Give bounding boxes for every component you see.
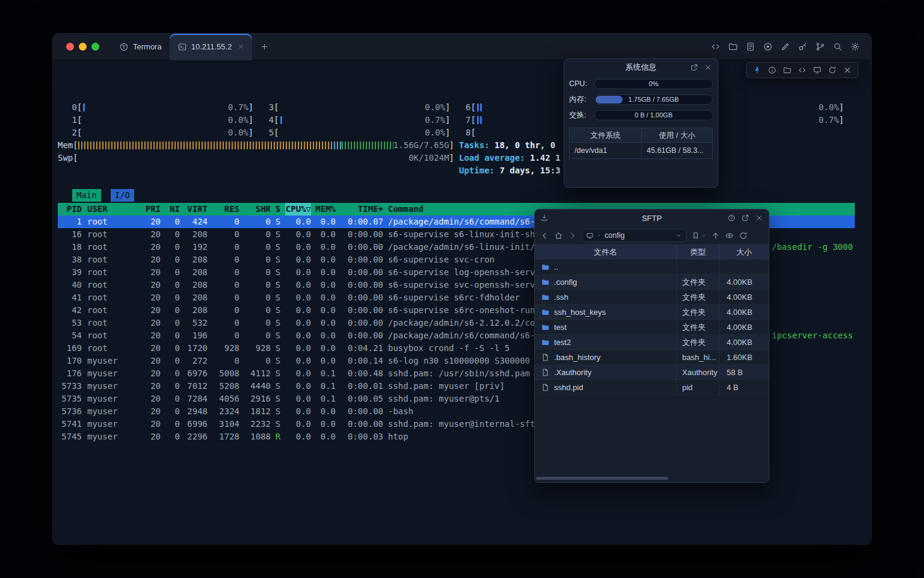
- mem-cell: 0.0: [311, 342, 336, 355]
- code-icon[interactable]: [710, 42, 721, 52]
- col-ni[interactable]: NI: [161, 203, 180, 216]
- back-icon[interactable]: [540, 231, 549, 240]
- time-cell: 0:00.00: [336, 291, 383, 304]
- chevron-right-icon: [596, 232, 602, 238]
- virt-cell: 6996: [180, 418, 208, 430]
- open-in-window-icon[interactable]: [690, 63, 698, 72]
- virt-cell: 196: [180, 329, 208, 342]
- col-shr[interactable]: SHR: [239, 203, 271, 216]
- minimize-window-button[interactable]: [79, 43, 87, 51]
- file-row-test[interactable]: test文件夹4.00KB: [535, 320, 769, 335]
- user-cell: myuser: [87, 355, 139, 367]
- file-row-..[interactable]: ..: [535, 259, 769, 275]
- htop-tab-io[interactable]: I/O: [111, 189, 134, 202]
- st-cell: S: [271, 241, 285, 253]
- col-type[interactable]: 类型: [677, 244, 719, 259]
- mem-meter-bar: 1.56G/7.65G: [78, 139, 449, 152]
- file-size-cell: 4.00KB: [719, 320, 769, 335]
- fs-table-row[interactable]: /dev/vda1 45.61GB / 58.3...: [570, 143, 712, 158]
- file-size-cell: 4 B: [719, 380, 769, 395]
- col-st[interactable]: S: [271, 203, 285, 216]
- time-cell: 0:00.00: [336, 405, 383, 418]
- help-icon[interactable]: [727, 214, 736, 222]
- traffic-lights: [53, 43, 111, 51]
- record-icon[interactable]: [763, 42, 773, 52]
- col-cpu[interactable]: CPU%▽: [285, 203, 311, 216]
- transfers-icon[interactable]: [540, 214, 549, 222]
- file-name: .ssh: [554, 290, 568, 305]
- refresh-icon[interactable]: [739, 231, 748, 240]
- show-hidden-icon[interactable]: [725, 231, 734, 240]
- forward-icon[interactable]: [568, 231, 577, 240]
- ni-cell: 0: [161, 342, 180, 355]
- close-icon[interactable]: [843, 66, 852, 75]
- key-icon[interactable]: [798, 42, 808, 52]
- col-virt[interactable]: VIRT: [180, 203, 208, 216]
- user-cell: root: [87, 317, 139, 329]
- file-row-.config[interactable]: .config文件夹4.00KB: [535, 275, 769, 290]
- res-cell: 0: [208, 216, 239, 228]
- zoom-window-button[interactable]: [91, 43, 99, 51]
- bookmark-icon[interactable]: [691, 231, 706, 240]
- pid-cell: 5736: [58, 405, 82, 418]
- close-panel-icon[interactable]: [704, 63, 712, 72]
- res-cell: 928: [208, 342, 239, 355]
- col-size[interactable]: 大小: [719, 244, 769, 259]
- file-row-ssh_host_keys[interactable]: ssh_host_keys文件夹4.00KB: [535, 305, 769, 320]
- tab-termora[interactable]: Termora: [111, 34, 170, 60]
- folder-icon[interactable]: [783, 66, 792, 75]
- file-row-.ssh[interactable]: .ssh文件夹4.00KB: [535, 290, 769, 305]
- chevron-down-icon[interactable]: [675, 232, 682, 239]
- mem-cell: 0.0: [311, 228, 336, 241]
- swap-meter: Swp[0K/1024M]: [58, 152, 454, 164]
- tab-session-label: 10.211.55.2: [191, 42, 232, 51]
- col-time[interactable]: TIME+: [336, 203, 383, 216]
- new-tab-button[interactable]: [260, 42, 269, 51]
- gear-icon[interactable]: [850, 42, 860, 52]
- branch-icon[interactable]: [815, 42, 825, 52]
- res-cell: 0: [208, 241, 239, 253]
- fs-device: /dev/vda1: [570, 143, 642, 158]
- close-window-button[interactable]: [66, 43, 74, 51]
- info-icon[interactable]: [768, 66, 777, 75]
- sftp-titlebar: SFTP: [535, 210, 769, 226]
- bracket: [: [73, 139, 78, 152]
- shr-cell: 1088: [239, 430, 271, 443]
- pin-icon[interactable]: [753, 66, 762, 75]
- file-row-.Xauthority[interactable]: .XauthorityXauthority58 B: [535, 365, 769, 380]
- refresh-icon[interactable]: [828, 66, 837, 75]
- col-pid[interactable]: PID: [58, 203, 82, 216]
- file-size-cell: 4.00KB: [719, 305, 769, 320]
- folder-icon[interactable]: [728, 42, 738, 52]
- upload-icon[interactable]: [711, 231, 720, 240]
- col-res[interactable]: RES: [208, 203, 239, 216]
- horizontal-scrollbar[interactable]: [536, 477, 768, 480]
- open-in-window-icon[interactable]: [741, 214, 750, 222]
- shr-cell: 1812: [239, 405, 271, 418]
- htop-tab-main[interactable]: Main: [72, 189, 101, 202]
- tab-session-10-211-55-2[interactable]: 10.211.55.2: [170, 34, 253, 60]
- metric-cpu: CPU:0%: [564, 76, 718, 92]
- file-row-test2[interactable]: test2文件夹4.00KB: [535, 335, 769, 350]
- col-pri[interactable]: PRI: [139, 203, 161, 216]
- file-row-sshd.pid[interactable]: sshd.pidpid4 B: [535, 380, 769, 395]
- home-icon[interactable]: [554, 231, 563, 240]
- monitor-icon[interactable]: [813, 66, 822, 75]
- path-breadcrumb[interactable]: config: [582, 229, 686, 242]
- pencil-icon[interactable]: [780, 42, 790, 52]
- scrollbar-thumb[interactable]: [536, 477, 668, 480]
- mem-cell: 0.0: [311, 304, 336, 317]
- time-cell: 0:00.07: [336, 216, 383, 228]
- close-panel-icon[interactable]: [755, 214, 763, 222]
- code-icon[interactable]: [798, 66, 807, 75]
- search-icon[interactable]: [833, 42, 843, 52]
- journal-icon[interactable]: [745, 42, 756, 52]
- close-tab-icon[interactable]: [238, 43, 244, 50]
- col-user[interactable]: USER: [87, 203, 139, 216]
- user-cell: myuser: [87, 430, 139, 443]
- file-row-.bash_history[interactable]: .bash_historybash_hi...1.60KB: [535, 350, 769, 365]
- swap-value: 0K/1024M: [408, 152, 449, 164]
- shr-cell: 928: [239, 342, 271, 355]
- col-filename[interactable]: 文件名: [535, 244, 677, 259]
- col-mem[interactable]: MEM%: [311, 203, 336, 216]
